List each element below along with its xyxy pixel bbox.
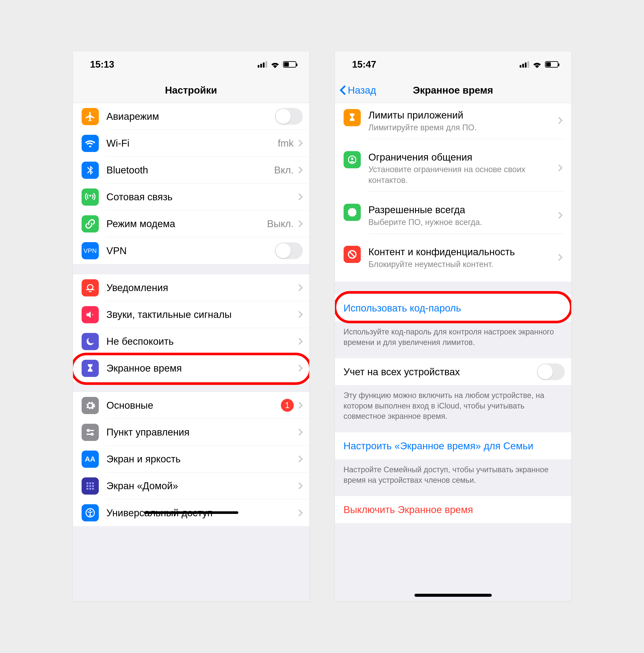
turn-off-button[interactable]: Выключить Экранное время (335, 496, 571, 523)
use-passcode-button[interactable]: Использовать код-пароль (335, 294, 571, 321)
textsize-icon: AA (81, 451, 99, 468)
signal-icon (258, 61, 267, 68)
share-footer: Эту функцию можно включить на любом устр… (335, 385, 571, 424)
battery-icon (283, 61, 296, 68)
battery-icon (545, 61, 558, 68)
person-circle-icon (343, 151, 361, 168)
svg-point-13 (89, 510, 91, 511)
row-label: Авиарежим (106, 111, 159, 122)
row-detail: Выкл. (267, 218, 293, 229)
row-title: Ограничения общения (368, 151, 558, 164)
chevron-right-icon (298, 455, 303, 463)
row-label: Основные (106, 400, 153, 411)
chevron-right-icon (298, 193, 303, 201)
link-icon (81, 215, 99, 233)
row-bluetooth[interactable]: Bluetooth Вкл. (73, 157, 309, 184)
speaker-icon (81, 306, 99, 323)
row-cellular[interactable]: Сотовая связь (73, 184, 309, 210)
chevron-right-icon (298, 364, 303, 372)
settings-group-connectivity: Авиарежим Wi-Fi fmk Bluetooth Вкл. (73, 103, 309, 264)
row-communication-limits[interactable]: Ограничения общенияУстановите ограничени… (335, 145, 571, 198)
row-always-allowed[interactable]: Разрешенные всегдаВыберите ПО, нужное вс… (335, 198, 571, 240)
row-content-privacy[interactable]: Контент и конфиденциальностьБлокируйте н… (335, 240, 571, 282)
row-vpn[interactable]: VPN VPN (73, 237, 309, 264)
family-footer: Настройте Семейный доступ, чтобы учитыва… (335, 459, 571, 487)
chevron-right-icon (298, 284, 303, 291)
hourglass-icon (81, 360, 99, 377)
svg-rect-11 (92, 488, 94, 490)
settings-screen: 15:13 Настройки Авиарежим Wi-Fi fmk (73, 51, 309, 601)
svg-rect-5 (92, 482, 94, 484)
status-time: 15:13 (90, 59, 115, 70)
svg-point-1 (88, 430, 89, 432)
navbar: Настройки (73, 77, 309, 103)
row-screentime[interactable]: Экранное время (73, 355, 309, 382)
row-label: VPN (106, 245, 127, 257)
row-wifi[interactable]: Wi-Fi fmk (73, 130, 309, 157)
row-detail: Вкл. (274, 164, 294, 176)
svg-rect-0 (88, 285, 93, 290)
signal-icon (520, 61, 529, 68)
row-label: Экранное время (106, 362, 182, 374)
row-label: Экран «Домой» (106, 480, 178, 491)
redaction-bar (144, 511, 238, 514)
status-bar: 15:47 (335, 51, 571, 77)
no-entry-icon (343, 246, 361, 263)
row-label: Уведомления (106, 282, 168, 293)
row-display[interactable]: AA Экран и яркость (73, 445, 309, 473)
row-sounds[interactable]: Звуки, тактильные сигналы (73, 301, 309, 328)
airplane-toggle[interactable] (275, 108, 303, 125)
row-title: Контент и конфиденциальность (368, 246, 515, 258)
back-button[interactable]: Назад (339, 77, 376, 103)
svg-point-2 (91, 433, 93, 435)
screentime-screen: 15:47 Назад Экранное время Лимиты прилож… (335, 51, 571, 601)
home-indicator[interactable] (414, 594, 492, 597)
chevron-right-icon (298, 311, 303, 318)
row-label: Учет на всех устройствах (343, 366, 460, 378)
row-share-devices[interactable]: Учет на всех устройствах (335, 358, 571, 385)
svg-rect-3 (86, 482, 88, 484)
chevron-right-icon (298, 482, 303, 490)
row-airplane[interactable]: Авиарежим (73, 103, 309, 130)
checkmark-seal-icon (343, 204, 361, 221)
status-time: 15:47 (352, 59, 377, 70)
gear-icon (81, 397, 99, 414)
bluetooth-icon (81, 162, 99, 179)
chevron-right-icon (558, 253, 563, 262)
row-general[interactable]: Основные 1 (73, 392, 309, 419)
row-label: Не беспокоить (106, 336, 174, 347)
row-subtitle: Выберите ПО, нужное всегда. (368, 217, 482, 227)
chevron-right-icon (298, 220, 303, 227)
status-indicators (258, 61, 296, 68)
navbar: Назад Экранное время (335, 77, 571, 103)
passcode-footer: Используйте код-пароль для контроля наст… (335, 321, 571, 350)
row-app-limits[interactable]: Лимиты приложенийЛимитируйте время для П… (335, 103, 571, 145)
badge: 1 (281, 399, 294, 412)
antenna-icon (81, 189, 99, 205)
setup-family-button[interactable]: Настроить «Экранное время» для Семьи (335, 432, 571, 459)
row-label: Bluetooth (106, 164, 148, 176)
svg-rect-6 (86, 485, 88, 487)
svg-rect-10 (89, 488, 91, 490)
row-subtitle: Лимитируйте время для ПО. (368, 122, 477, 133)
page-title: Экранное время (413, 84, 493, 96)
settings-group-general: Основные 1 Пункт управления AA Экран и я… (73, 392, 309, 526)
vpn-toggle[interactable] (275, 242, 303, 259)
wifi-icon (270, 61, 280, 68)
row-accessibility[interactable]: Универсальный доступ (73, 499, 309, 526)
row-dnd[interactable]: Не беспокоить (73, 328, 309, 355)
share-toggle[interactable] (537, 363, 565, 380)
row-notifications[interactable]: Уведомления (73, 274, 309, 301)
row-label: Wi-Fi (106, 137, 129, 149)
wifi-settings-icon (81, 135, 99, 152)
row-label: Режим модема (106, 218, 175, 229)
airplane-icon (81, 108, 99, 125)
svg-rect-9 (86, 488, 88, 490)
chevron-right-icon (558, 117, 563, 125)
row-homescreen[interactable]: Экран «Домой» (73, 473, 309, 499)
chevron-right-icon (558, 164, 563, 173)
row-control-center[interactable]: Пункт управления (73, 419, 309, 445)
sliders-icon (81, 424, 99, 441)
row-hotspot[interactable]: Режим модема Выкл. (73, 210, 309, 237)
grid-icon (81, 477, 99, 494)
